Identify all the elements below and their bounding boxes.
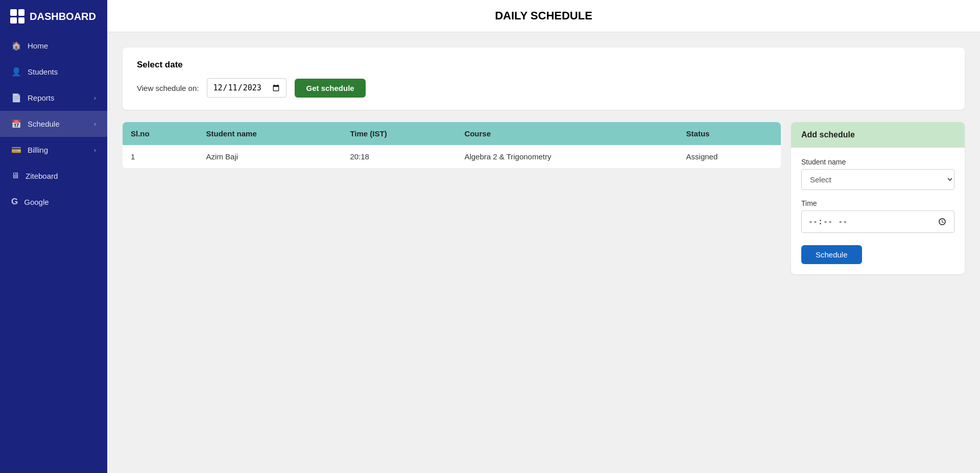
select-date-title: Select date bbox=[137, 60, 950, 70]
col-slno: Sl.no bbox=[123, 122, 198, 145]
sidebar-item-reports[interactable]: 📄 Reports › bbox=[0, 85, 107, 111]
billing-icon: 💳 bbox=[11, 145, 21, 155]
reports-arrow-icon: › bbox=[94, 94, 96, 102]
sidebar-label-billing: Billing bbox=[28, 146, 48, 154]
cell-status: Assigned bbox=[678, 145, 781, 169]
sidebar-item-billing[interactable]: 💳 Billing › bbox=[0, 137, 107, 163]
logo-text: DASHBOARD bbox=[30, 11, 96, 22]
sidebar-label-students: Students bbox=[28, 67, 58, 76]
date-label: View schedule on: bbox=[137, 84, 199, 92]
schedule-submit-button[interactable]: Schedule bbox=[801, 245, 862, 264]
student-name-group: Student name Select bbox=[801, 158, 954, 190]
sidebar-item-home[interactable]: 🏠 Home bbox=[0, 33, 107, 59]
sidebar-label-home: Home bbox=[28, 41, 48, 50]
select-date-card: Select date View schedule on: Get schedu… bbox=[123, 48, 965, 110]
time-input[interactable] bbox=[801, 210, 954, 233]
cell-slno[interactable]: 1 bbox=[123, 145, 198, 169]
sidebar-item-schedule[interactable]: 📅 Schedule › bbox=[0, 111, 107, 137]
cell-student-name: Azim Baji bbox=[198, 145, 342, 169]
logo-icon bbox=[10, 9, 25, 23]
content-area: Select date View schedule on: Get schedu… bbox=[107, 32, 980, 473]
sidebar-label-ziteboard: Ziteboard bbox=[26, 172, 58, 180]
col-student-name: Student name bbox=[198, 122, 342, 145]
sidebar-item-ziteboard[interactable]: 🖥 Ziteboard bbox=[0, 163, 107, 188]
reports-icon: 📄 bbox=[11, 93, 21, 103]
col-status: Status bbox=[678, 122, 781, 145]
home-icon: 🏠 bbox=[11, 41, 21, 51]
table-row: 1 Azim Baji 20:18 Algebra 2 & Trigonomet… bbox=[123, 145, 781, 169]
students-icon: 👤 bbox=[11, 67, 21, 77]
sidebar-item-students[interactable]: 👤 Students bbox=[0, 59, 107, 85]
time-label: Time bbox=[801, 199, 954, 207]
schedule-row: Sl.no Student name Time (IST) Course Sta… bbox=[123, 122, 965, 274]
billing-arrow-icon: › bbox=[94, 147, 96, 154]
schedule-table-wrap: Sl.no Student name Time (IST) Course Sta… bbox=[123, 122, 781, 169]
sidebar-item-google[interactable]: G Google bbox=[0, 188, 107, 215]
sidebar-label-reports: Reports bbox=[28, 93, 55, 102]
sidebar-logo: DASHBOARD bbox=[0, 0, 107, 33]
time-group: Time bbox=[801, 199, 954, 233]
page-title: DAILY SCHEDULE bbox=[107, 0, 980, 32]
get-schedule-button[interactable]: Get schedule bbox=[295, 79, 365, 98]
cell-time: 20:18 bbox=[342, 145, 456, 169]
table-header-row: Sl.no Student name Time (IST) Course Sta… bbox=[123, 122, 781, 145]
ziteboard-icon: 🖥 bbox=[11, 171, 19, 180]
student-name-label: Student name bbox=[801, 158, 954, 166]
add-schedule-header: Add schedule bbox=[791, 122, 965, 148]
cell-course: Algebra 2 & Trigonometry bbox=[456, 145, 678, 169]
sidebar-label-schedule: Schedule bbox=[28, 120, 60, 128]
col-course: Course bbox=[456, 122, 678, 145]
schedule-arrow-icon: › bbox=[94, 121, 96, 128]
schedule-icon: 📅 bbox=[11, 119, 21, 129]
main-content: DAILY SCHEDULE Select date View schedule… bbox=[107, 0, 980, 473]
add-schedule-body: Student name Select Time Schedule bbox=[791, 148, 965, 274]
sidebar-label-google: Google bbox=[24, 198, 49, 206]
google-icon: G bbox=[11, 197, 18, 207]
schedule-table: Sl.no Student name Time (IST) Course Sta… bbox=[123, 122, 781, 169]
sidebar: DASHBOARD 🏠 Home 👤 Students 📄 Reports › … bbox=[0, 0, 107, 473]
date-row: View schedule on: Get schedule bbox=[137, 78, 950, 98]
add-schedule-panel: Add schedule Student name Select Time Sc… bbox=[791, 122, 965, 274]
date-input[interactable] bbox=[207, 78, 286, 98]
col-time: Time (IST) bbox=[342, 122, 456, 145]
student-name-select[interactable]: Select bbox=[801, 169, 954, 190]
